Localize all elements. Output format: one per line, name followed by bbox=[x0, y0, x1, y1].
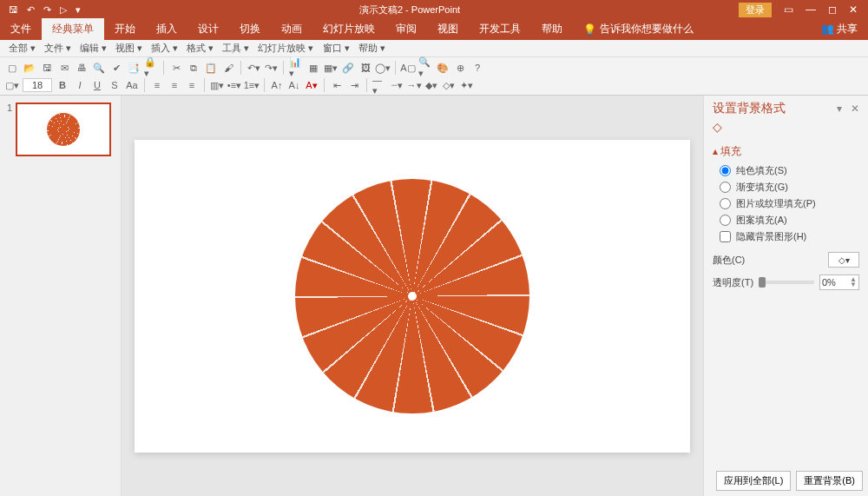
change-case-icon[interactable]: Aa bbox=[125, 78, 139, 92]
preview-icon[interactable]: 🔍 bbox=[92, 61, 106, 75]
permission-icon[interactable]: 🔒▾ bbox=[144, 61, 158, 75]
font-size-input[interactable]: 18 bbox=[23, 78, 52, 92]
chart-icon[interactable]: 📊▾ bbox=[289, 61, 303, 75]
line-style-icon[interactable]: —▾ bbox=[372, 78, 386, 92]
spell-icon[interactable]: ✔ bbox=[109, 61, 123, 75]
radio-solid[interactable] bbox=[720, 165, 731, 176]
radio-gradient[interactable] bbox=[720, 182, 731, 193]
tab-developer[interactable]: 开发工具 bbox=[469, 18, 531, 40]
underline-icon[interactable]: U bbox=[90, 78, 104, 92]
align-right-icon[interactable]: ≡ bbox=[185, 78, 199, 92]
tab-help[interactable]: 帮助 bbox=[531, 18, 573, 40]
transparency-input[interactable]: 0% ▲▼ bbox=[819, 274, 859, 290]
tab-slideshow[interactable]: 幻灯片放映 bbox=[312, 18, 385, 40]
color-icon[interactable]: 🎨 bbox=[436, 61, 450, 75]
start-from-beginning-icon[interactable]: ▷ bbox=[60, 4, 67, 16]
checkbox-hide-bg[interactable] bbox=[720, 231, 731, 242]
save-icon[interactable]: 🖫 bbox=[40, 61, 54, 75]
submenu-insert[interactable]: 插入 ▾ bbox=[148, 42, 181, 55]
tab-transitions[interactable]: 切换 bbox=[229, 18, 271, 40]
grow-font-icon[interactable]: A↑ bbox=[270, 78, 284, 92]
picture-icon[interactable]: 🖼 bbox=[358, 61, 372, 75]
submenu-help[interactable]: 帮助 ▾ bbox=[355, 42, 389, 55]
layout-icon[interactable]: ▢▾ bbox=[5, 78, 19, 92]
pane-close-icon[interactable]: ✕ bbox=[851, 103, 859, 115]
share-button[interactable]: 👥 共享 bbox=[811, 18, 868, 40]
apply-all-button[interactable]: 应用到全部(L) bbox=[716, 471, 791, 491]
login-button[interactable]: 登录 bbox=[739, 3, 772, 17]
submenu-edit[interactable]: 编辑 ▾ bbox=[76, 42, 110, 55]
copy-icon[interactable]: ⧉ bbox=[187, 61, 201, 75]
outline-color-icon[interactable]: ◇▾ bbox=[442, 78, 456, 92]
spinner-icon[interactable]: ▲▼ bbox=[850, 277, 857, 288]
indent-inc-icon[interactable]: ⇥ bbox=[347, 78, 361, 92]
slide[interactable] bbox=[135, 140, 690, 453]
indent-dec-icon[interactable]: ⇤ bbox=[330, 78, 344, 92]
opt-hide-bg[interactable]: 隐藏背景图形(H) bbox=[713, 228, 859, 245]
fill-bucket-icon[interactable]: ◇ bbox=[704, 118, 868, 141]
redo-icon[interactable]: ↷ bbox=[43, 4, 51, 16]
tables-icon[interactable]: ▦▾ bbox=[324, 61, 338, 75]
undo-icon[interactable]: ↶▾ bbox=[247, 61, 260, 75]
radio-pattern[interactable] bbox=[720, 215, 731, 226]
submenu-window[interactable]: 窗口 ▾ bbox=[319, 42, 353, 55]
tab-design[interactable]: 设计 bbox=[187, 18, 229, 40]
font-color-icon[interactable]: A▾ bbox=[305, 78, 319, 92]
align-center-icon[interactable]: ≡ bbox=[168, 78, 181, 92]
align-left-icon[interactable]: ≡ bbox=[150, 78, 164, 92]
color-picker-button[interactable]: ◇▾ bbox=[828, 252, 859, 268]
paste-icon[interactable]: 📋 bbox=[204, 61, 218, 75]
fill-color-icon[interactable]: ◆▾ bbox=[424, 78, 438, 92]
cut-icon[interactable]: ✂ bbox=[169, 61, 183, 75]
submenu-tools[interactable]: 工具 ▾ bbox=[219, 42, 253, 55]
format-painter-icon[interactable]: 🖌 bbox=[221, 61, 235, 75]
tab-animations[interactable]: 动画 bbox=[271, 18, 312, 40]
open-icon[interactable]: 📂 bbox=[23, 61, 36, 75]
table-icon[interactable]: ▦ bbox=[306, 61, 320, 75]
bullets-icon[interactable]: •≡▾ bbox=[227, 78, 241, 92]
shapes-icon[interactable]: ◯▾ bbox=[376, 61, 390, 75]
dash-style-icon[interactable]: ┈▾ bbox=[390, 78, 404, 92]
ribbon-options-icon[interactable]: ▭ bbox=[784, 3, 793, 16]
reset-bg-button[interactable]: 重置背景(B) bbox=[796, 471, 863, 491]
transparency-slider[interactable] bbox=[759, 281, 814, 284]
arrow-style-icon[interactable]: →▾ bbox=[407, 78, 421, 92]
shrink-font-icon[interactable]: A↓ bbox=[287, 78, 301, 92]
fill-group-header[interactable]: ▴ 填充 bbox=[713, 144, 859, 159]
shadow-icon[interactable]: S bbox=[108, 78, 122, 92]
help-icon[interactable]: ? bbox=[470, 61, 484, 75]
italic-icon[interactable]: I bbox=[73, 78, 87, 92]
effects-icon[interactable]: ✦▾ bbox=[459, 78, 473, 92]
mail-icon[interactable]: ✉ bbox=[57, 61, 71, 75]
slide-thumbnail-1[interactable] bbox=[16, 103, 111, 156]
minimize-icon[interactable]: — bbox=[806, 3, 816, 16]
radio-picture[interactable] bbox=[720, 198, 731, 209]
sunburst-shape[interactable] bbox=[295, 179, 529, 413]
submenu-slideshow[interactable]: 幻灯片放映 ▾ bbox=[254, 42, 317, 55]
opt-gradient-fill[interactable]: 渐变填充(G) bbox=[713, 179, 859, 195]
tab-classic-menu[interactable]: 经典菜单 bbox=[42, 18, 104, 40]
save-icon[interactable]: 🖫 bbox=[9, 4, 18, 15]
research-icon[interactable]: 📑 bbox=[127, 61, 141, 75]
tab-view[interactable]: 视图 bbox=[427, 18, 469, 40]
textbox-icon[interactable]: A▢ bbox=[401, 61, 415, 75]
find-icon[interactable]: 🔍▾ bbox=[418, 61, 432, 75]
tab-file[interactable]: 文件 bbox=[0, 18, 42, 40]
columns-icon[interactable]: ▥▾ bbox=[210, 78, 224, 92]
tab-insert[interactable]: 插入 bbox=[146, 18, 187, 40]
pane-options-icon[interactable]: ▾ bbox=[837, 103, 842, 115]
submenu-view[interactable]: 视图 ▾ bbox=[112, 42, 146, 55]
new-icon[interactable]: ▢ bbox=[5, 61, 19, 75]
bold-icon[interactable]: B bbox=[56, 78, 69, 92]
zoom-icon[interactable]: ⊕ bbox=[453, 61, 467, 75]
numbering-icon[interactable]: 1≡▾ bbox=[245, 78, 259, 92]
close-icon[interactable]: ✕ bbox=[849, 3, 858, 16]
tab-home[interactable]: 开始 bbox=[104, 18, 146, 40]
print-icon[interactable]: 🖶 bbox=[75, 61, 89, 75]
opt-picture-fill[interactable]: 图片或纹理填充(P) bbox=[713, 195, 859, 212]
tell-me[interactable]: 💡 告诉我你想要做什么 bbox=[573, 18, 704, 40]
hyperlink-icon[interactable]: 🔗 bbox=[341, 61, 355, 75]
submenu-all[interactable]: 全部 ▾ bbox=[5, 42, 39, 55]
opt-pattern-fill[interactable]: 图案填充(A) bbox=[713, 212, 859, 228]
undo-icon[interactable]: ↶ bbox=[27, 4, 35, 16]
